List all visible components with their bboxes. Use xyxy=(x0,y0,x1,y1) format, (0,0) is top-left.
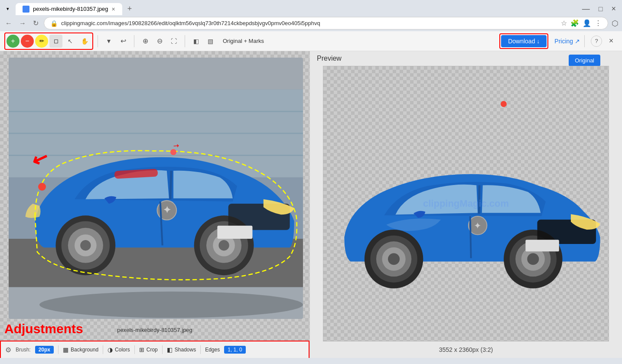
forward-btn[interactable]: → xyxy=(17,18,28,29)
dropdown-btn[interactable]: ▾ xyxy=(102,35,115,48)
fit-icon: ⛶ xyxy=(171,38,177,45)
remove-tool-btn[interactable]: − xyxy=(21,35,34,48)
colors-item[interactable]: ◑ Colors xyxy=(107,346,130,353)
svg-text:✦: ✦ xyxy=(163,205,171,215)
bottom-toolbar: ⚙ Brush: 20px ▦ Background ◑ Colors ⊞ Cr… xyxy=(0,341,309,358)
more-icon[interactable]: ⋮ xyxy=(595,19,602,27)
preview-car-svg: ✦ xyxy=(323,66,609,341)
tab-title: pexels-mikebirdy-810357.jpeg xyxy=(33,6,108,12)
right-panel: Preview Original xyxy=(310,51,622,358)
colors-icon: ◑ xyxy=(107,346,113,353)
bottom-sep-4 xyxy=(162,345,163,354)
plus-icon: + xyxy=(11,37,15,45)
original-btn[interactable]: Original xyxy=(569,55,600,66)
svg-line-24 xyxy=(479,185,479,214)
svg-rect-21 xyxy=(217,226,252,239)
dimensions-container: 3552 x 2360px (3:2) xyxy=(310,341,622,358)
view-group: ▾ ↩ xyxy=(102,35,130,48)
bookmark-icon[interactable]: ☆ xyxy=(561,19,567,27)
refresh-btn[interactable]: ↻ xyxy=(31,17,40,29)
background-label: Background xyxy=(71,347,98,353)
compare-group: ◧ ▧ xyxy=(189,35,217,48)
before-after-btn[interactable]: ◧ xyxy=(189,35,202,48)
add-tool-btn[interactable]: + xyxy=(7,35,20,48)
zoom-out-btn[interactable]: ⊖ xyxy=(153,35,166,48)
car-image-svg: ✦ xyxy=(9,58,303,319)
screen-share-icon[interactable]: ⬡ xyxy=(612,19,619,28)
hand-tool-btn[interactable]: ✋ xyxy=(78,35,91,48)
bottom-sep-1 xyxy=(58,345,59,354)
download-btn[interactable]: Download ↓ xyxy=(501,35,547,47)
edges-label: Edges xyxy=(205,347,220,353)
settings-icon[interactable]: ⚙ xyxy=(5,346,11,354)
minus-icon: − xyxy=(25,37,29,45)
preview-title: Preview xyxy=(317,55,342,62)
marker-icon: ✏ xyxy=(39,38,44,44)
tab-list-btn[interactable]: ▾ xyxy=(3,5,12,13)
crop-item[interactable]: ⊞ Crop xyxy=(139,346,158,353)
extension-icon[interactable]: 🧩 xyxy=(570,19,579,27)
colors-label: Colors xyxy=(115,347,130,353)
bottom-sep-3 xyxy=(134,345,135,354)
chevron-down-icon: ▾ xyxy=(107,37,111,45)
brush-size-value[interactable]: 20px xyxy=(35,346,54,354)
preview-header: Preview Original xyxy=(310,51,622,66)
tab-favicon xyxy=(23,6,29,13)
separator-4 xyxy=(584,35,585,47)
address-bar[interactable]: 🔒 clippingmagic.com/images/190828266/edi… xyxy=(44,17,608,29)
new-tab-btn[interactable]: + xyxy=(124,3,136,15)
separator-1 xyxy=(98,35,98,47)
minimize-btn[interactable]: — xyxy=(580,4,593,13)
crop-label: Crop xyxy=(147,347,158,353)
separator-2 xyxy=(134,35,134,47)
active-tab[interactable]: pexels-mikebirdy-810357.jpeg × xyxy=(16,3,122,15)
maximize-btn[interactable]: □ xyxy=(596,4,606,13)
pricing-link[interactable]: Pricing ↗ xyxy=(554,38,580,45)
crop-icon: ⊞ xyxy=(139,346,144,353)
filename-text: pexels-mikebirdy-810357.jpeg xyxy=(117,327,192,333)
svg-point-12 xyxy=(80,240,91,250)
shadows-label: Shadows xyxy=(175,347,196,353)
back-btn[interactable]: ← xyxy=(3,18,14,29)
help-btn[interactable]: ? xyxy=(591,36,602,47)
svg-rect-38 xyxy=(525,240,559,251)
download-group: Download ↓ xyxy=(499,33,548,49)
svg-point-29 xyxy=(388,253,400,265)
preview-red-dot xyxy=(501,101,507,107)
close-btn[interactable]: × xyxy=(609,4,619,13)
svg-point-34 xyxy=(527,253,539,265)
marker-tool-btn[interactable]: ✏ xyxy=(35,35,48,48)
panel-close-btn[interactable]: × xyxy=(605,35,618,48)
undo-icon: ↩ xyxy=(120,37,126,45)
fit-btn[interactable]: ⛶ xyxy=(167,35,180,48)
editor-canvas[interactable]: ✦ ↙ xyxy=(0,51,309,341)
background-item[interactable]: ▦ Background xyxy=(63,346,98,353)
tools-group: + − ✏ ◻ ↖ ✋ xyxy=(4,32,93,50)
toggle-btn[interactable]: ▧ xyxy=(204,35,217,48)
shadows-item[interactable]: ◧ Shadows xyxy=(167,346,196,353)
app-toolbar: + − ✏ ◻ ↖ ✋ ▾ ↩ xyxy=(0,31,622,51)
zoom-group: ⊕ ⊖ ⛶ xyxy=(139,35,180,48)
dimensions-text: 3552 x 2360px (3:2) xyxy=(439,346,493,353)
svg-line-39 xyxy=(470,216,471,258)
before-after-icon: ◧ xyxy=(193,38,199,45)
background-icon: ▦ xyxy=(63,346,68,353)
svg-point-6 xyxy=(39,292,303,318)
zoom-out-icon: ⊖ xyxy=(157,37,163,45)
svg-point-17 xyxy=(218,240,229,250)
zoom-in-btn[interactable]: ⊕ xyxy=(139,35,152,48)
eraser-icon: ◻ xyxy=(54,38,59,44)
shadows-icon: ◧ xyxy=(167,346,173,353)
eraser-tool-btn[interactable]: ◻ xyxy=(49,35,62,48)
view-label: Original + Marks xyxy=(223,38,264,44)
left-panel: ✦ ↙ xyxy=(0,51,310,358)
preview-canvas: ✦ clippingMagic.com xyxy=(323,66,609,341)
edges-value[interactable]: 1, 1, 0 xyxy=(224,346,245,354)
profile-icon[interactable]: 👤 xyxy=(583,19,591,27)
filename-label: pexels-mikebirdy-810357.jpeg xyxy=(0,326,309,334)
tab-close-btn[interactable]: × xyxy=(111,6,115,13)
editor-image: ✦ ↙ xyxy=(9,58,303,319)
undo-btn[interactable]: ↩ xyxy=(117,35,130,48)
bottom-sep-5 xyxy=(200,345,201,354)
select-tool-btn[interactable]: ↖ xyxy=(64,35,77,48)
